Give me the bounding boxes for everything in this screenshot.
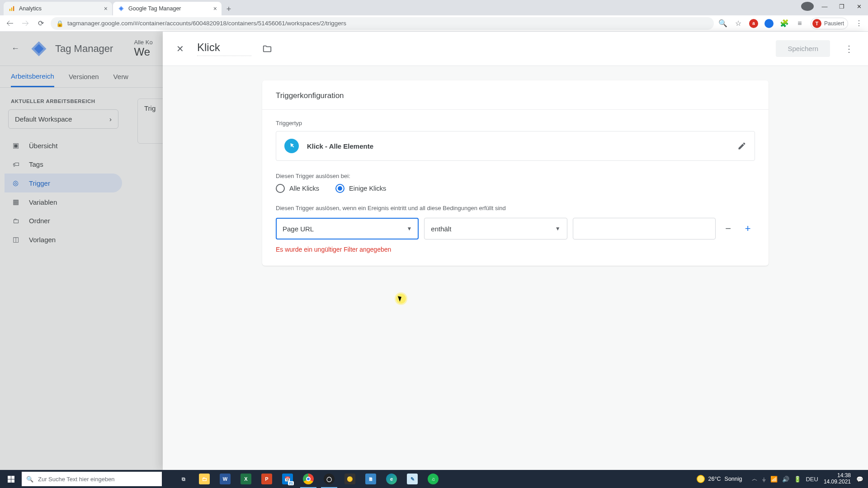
tab-versions[interactable]: Versionen	[69, 66, 99, 87]
pencil-icon[interactable]	[737, 141, 746, 150]
close-icon[interactable]: ✕	[174, 43, 186, 54]
window-controls: — ❐ ✕	[801, 2, 865, 11]
trigger-type-name: Klick - Alle Elemente	[307, 142, 373, 150]
taskbar-search[interactable]: 🔍 Zur Suche Text hier eingeben	[22, 472, 162, 486]
condition-value-input[interactable]	[573, 218, 716, 239]
tab-close-icon[interactable]: ×	[104, 5, 108, 12]
workspace-selector[interactable]: Default Workspace ›	[8, 109, 118, 129]
sidebar-item-folders[interactable]: 🗀 Ordner	[5, 211, 122, 230]
new-tab-button[interactable]: +	[222, 3, 235, 15]
browser-toolbar: 🡠 🡢 ⟳ 🔒 tagmanager.google.com/#/containe…	[0, 15, 868, 32]
kebab-menu-icon[interactable]: ⋮	[841, 43, 857, 54]
bookmark-star-icon[interactable]: ☆	[734, 19, 743, 28]
sidebar-item-triggers[interactable]: ◎ Trigger	[5, 174, 122, 192]
start-button[interactable]	[0, 470, 22, 488]
browser-tab-analytics[interactable]: Analytics ×	[4, 2, 112, 15]
taskbar-weather[interactable]: 26°C Sonnig	[697, 475, 747, 483]
breadcrumb-top: Alle Ko	[134, 39, 152, 46]
task-view-icon[interactable]: ⧉	[174, 470, 193, 488]
window-maximize-icon[interactable]: ❐	[835, 2, 848, 11]
tab-workspace[interactable]: Arbeitsbereich	[11, 66, 54, 87]
word-icon[interactable]: W	[215, 470, 235, 488]
chrome-icon[interactable]	[298, 470, 318, 488]
gtm-back-icon[interactable]: ←	[8, 44, 23, 53]
radio-all-clicks[interactable]: Alle Klicks	[276, 184, 319, 193]
add-condition-button[interactable]: +	[741, 221, 755, 236]
tag-assistant-extension-icon[interactable]	[764, 19, 774, 28]
condition-row: Page URL ▼ enthält ▼ − +	[276, 218, 755, 239]
sidebar-item-tags[interactable]: 🏷 Tags	[5, 155, 122, 174]
zoom-icon[interactable]: 🔍	[718, 19, 727, 28]
obs-icon[interactable]: ◯	[319, 470, 339, 488]
gtm-breadcrumb: Alle Ko We	[134, 39, 152, 58]
trigger-type-row[interactable]: Klick - Alle Elemente	[276, 131, 755, 161]
editor-header: ✕ Klick Speichern ⋮	[163, 32, 868, 66]
nav-forward-icon: 🡢	[20, 18, 31, 29]
sidebar-item-overview[interactable]: ▣ Übersicht	[5, 136, 122, 155]
sidebar-item-variables[interactable]: ▦ Variablen	[5, 192, 122, 211]
calendar-badge: 21	[288, 481, 294, 485]
app-icon-2[interactable]: 🗎	[361, 470, 381, 488]
chevron-down-icon: ▼	[555, 225, 561, 232]
target-icon: ◎	[13, 179, 22, 187]
reading-list-icon[interactable]: ≡	[795, 19, 804, 28]
powerpoint-icon[interactable]: P	[257, 470, 277, 488]
tab-admin[interactable]: Verw	[113, 66, 128, 87]
condition-variable-select[interactable]: Page URL ▼	[276, 218, 419, 239]
sidebar-item-label: Übersicht	[29, 142, 57, 150]
search-icon: 🔍	[26, 476, 33, 483]
sidebar-item-templates[interactable]: ◫ Vorlagen	[5, 230, 122, 249]
adblock-extension-icon[interactable]: a	[749, 19, 758, 28]
window-close-icon[interactable]: ✕	[853, 2, 865, 11]
chrome-menu-icon[interactable]: ⋮	[854, 19, 863, 28]
tray-wifi-icon[interactable]: 📶	[770, 476, 778, 483]
breadcrumb-main: We	[134, 46, 152, 58]
spotify-icon[interactable]: ♫	[423, 470, 443, 488]
lock-icon: 🔒	[56, 20, 64, 27]
remove-condition-button[interactable]: −	[721, 221, 736, 236]
workspace-heading: AKTUELLER ARBEITSBEREICH	[5, 94, 122, 107]
nav-reload-icon[interactable]: ⟳	[35, 18, 46, 29]
box-icon: ▦	[13, 198, 22, 206]
trigger-name-input[interactable]: Klick	[197, 41, 251, 56]
windows-taskbar: 🔍 Zur Suche Text hier eingeben ⧉ 🗀 W X P…	[0, 470, 868, 488]
chrome-account-icon[interactable]	[801, 2, 814, 11]
gtm-favicon	[118, 5, 125, 12]
excel-icon[interactable]: X	[236, 470, 256, 488]
filter-error-text: Es wurde ein ungültiger Filter angegeben	[276, 246, 755, 253]
folder-icon[interactable]	[262, 44, 272, 54]
tray-volume-icon[interactable]: 🔊	[782, 476, 789, 483]
window-minimize-icon[interactable]: —	[818, 2, 831, 11]
condition-operator-select[interactable]: enthält ▼	[424, 218, 567, 239]
notepad-icon[interactable]: ✎	[402, 470, 422, 488]
edge-icon[interactable]: e	[382, 470, 401, 488]
taskbar-clock[interactable]: 14:38 14.09.2021	[824, 473, 851, 485]
tray-battery-icon[interactable]: 🔋	[794, 476, 801, 483]
gtm-sidebar: AKTUELLER ARBEITSBEREICH Default Workspa…	[0, 88, 127, 255]
trigger-config-card: Triggerkonfiguration Triggertyp Klick - …	[262, 80, 769, 266]
folder-icon: 🗀	[13, 217, 22, 225]
save-button[interactable]: Speichern	[776, 40, 830, 57]
browser-tab-gtm[interactable]: Google Tag Manager ×	[113, 2, 222, 15]
tray-language[interactable]: DEU	[806, 476, 818, 483]
file-explorer-icon[interactable]: 🗀	[194, 470, 214, 488]
outlook-icon[interactable]: 📅21	[278, 470, 297, 488]
taskbar-pinned-apps: ⧉ 🗀 W X P 📅21 ◯ 🟡 🗎 e ✎ ♫	[165, 470, 443, 488]
fire-on-label: Diesen Trigger auslösen bei:	[276, 173, 755, 179]
radio-some-clicks[interactable]: Einige Klicks	[335, 184, 386, 193]
tab-label: Analytics	[19, 5, 42, 12]
app-icon-1[interactable]: 🟡	[340, 470, 360, 488]
profile-chip[interactable]: T Pausiert	[811, 18, 848, 29]
extensions-puzzle-icon[interactable]: 🧩	[780, 19, 789, 28]
system-tray[interactable]: ︿ ⏚ 📶 🔊 🔋 DEU	[752, 475, 818, 483]
radio-icon	[335, 184, 344, 193]
address-bar[interactable]: 🔒 tagmanager.google.com/#/container/acco…	[51, 17, 714, 30]
tray-chevron-up-icon[interactable]: ︿	[752, 475, 758, 483]
sidebar-item-label: Tags	[29, 160, 43, 168]
gtm-logo-icon	[31, 41, 47, 57]
tab-close-icon[interactable]: ×	[213, 5, 217, 12]
editor-body: Triggerkonfiguration Triggertyp Klick - …	[163, 66, 868, 470]
tray-network-icon[interactable]: ⏚	[762, 476, 766, 483]
action-center-icon[interactable]: 💬	[856, 476, 863, 483]
nav-back-icon[interactable]: 🡠	[5, 18, 15, 29]
